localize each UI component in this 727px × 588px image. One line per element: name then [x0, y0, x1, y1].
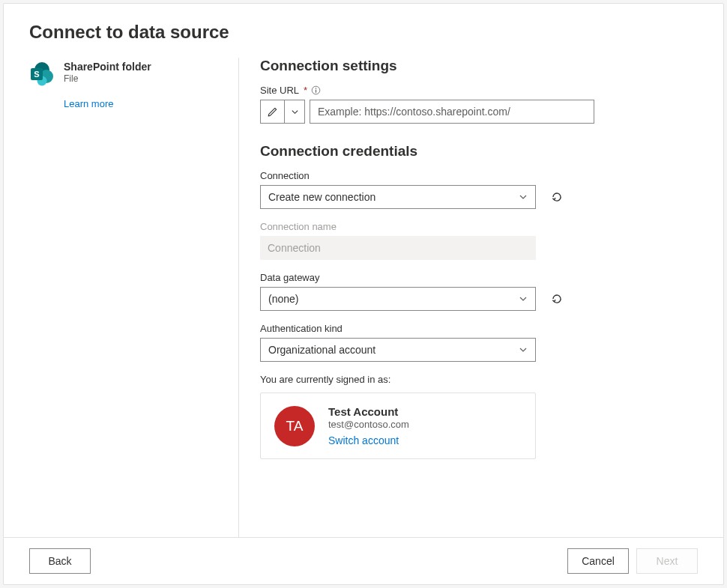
footer-right: Cancel Next: [567, 548, 698, 574]
pencil-icon: [267, 106, 278, 118]
svg-text:S: S: [34, 70, 39, 79]
left-panel: S SharePoint folder File Learn more: [29, 58, 239, 537]
connection-label: Connection: [260, 170, 698, 181]
data-gateway-row: (none): [260, 287, 698, 311]
chevron-down-icon: [519, 294, 528, 303]
chevron-down-icon: [519, 193, 528, 201]
gateway-refresh-button[interactable]: [546, 288, 567, 309]
dialog-body: S SharePoint folder File Learn more Conn…: [4, 58, 723, 537]
data-source-subtitle: File: [64, 73, 151, 84]
data-gateway-label: Data gateway: [260, 272, 698, 283]
account-name: Test Account: [328, 405, 409, 418]
connection-dropdown[interactable]: Create new connection: [260, 185, 536, 209]
connection-refresh-button[interactable]: [546, 187, 567, 207]
refresh-icon: [550, 190, 564, 204]
site-url-label-text: Site URL: [260, 85, 299, 96]
chevron-down-icon: [291, 108, 299, 116]
connection-credentials-heading: Connection credentials: [260, 143, 698, 160]
data-source-title: SharePoint folder: [64, 61, 151, 73]
connection-settings-heading: Connection settings: [260, 58, 698, 74]
sharepoint-icon: S: [29, 61, 55, 86]
signed-in-label: You are currently signed in as:: [260, 374, 698, 385]
account-email: test@contoso.com: [328, 419, 409, 430]
authentication-kind-dropdown[interactable]: Organizational account: [260, 338, 536, 362]
refresh-icon: [550, 292, 564, 306]
site-url-input[interactable]: [310, 100, 594, 124]
connection-row: Create new connection: [260, 185, 698, 209]
required-asterisk: *: [304, 85, 307, 96]
switch-account-link[interactable]: Switch account: [328, 434, 409, 446]
dialog-footer: Back Cancel Next: [4, 537, 723, 584]
info-icon[interactable]: [310, 85, 321, 96]
data-source-text: SharePoint folder File: [64, 61, 151, 84]
data-gateway-dropdown[interactable]: (none): [260, 287, 536, 311]
authentication-kind-row: Organizational account: [260, 338, 698, 362]
site-url-label: Site URL *: [260, 85, 698, 96]
account-card: TA Test Account test@contoso.com Switch …: [260, 392, 536, 459]
dialog-header: Connect to data source: [4, 4, 723, 58]
avatar: TA: [274, 406, 315, 446]
svg-point-6: [315, 88, 316, 88]
connect-data-source-dialog: Connect to data source S SharePoint fold…: [3, 3, 724, 585]
connection-name-label: Connection name: [260, 221, 698, 232]
url-mode-split-button: [260, 100, 305, 124]
chevron-down-icon: [519, 345, 528, 354]
connection-name-input: Connection: [260, 236, 536, 260]
data-gateway-value: (none): [268, 293, 298, 305]
dialog-title: Connect to data source: [29, 22, 698, 43]
url-edit-button[interactable]: [261, 100, 285, 123]
site-url-row: [260, 100, 698, 124]
authentication-kind-value: Organizational account: [268, 344, 375, 356]
right-panel: Connection settings Site URL *: [239, 58, 698, 537]
svg-rect-7: [316, 90, 316, 93]
back-button[interactable]: Back: [29, 548, 91, 574]
data-source-row: S SharePoint folder File: [29, 61, 223, 86]
learn-more-link[interactable]: Learn more: [64, 98, 113, 109]
authentication-kind-label: Authentication kind: [260, 323, 698, 334]
next-button: Next: [636, 548, 698, 574]
url-mode-dropdown-button[interactable]: [285, 100, 304, 123]
account-info: Test Account test@contoso.com Switch acc…: [328, 405, 409, 446]
cancel-button[interactable]: Cancel: [567, 548, 629, 574]
connection-dropdown-value: Create new connection: [268, 191, 375, 203]
